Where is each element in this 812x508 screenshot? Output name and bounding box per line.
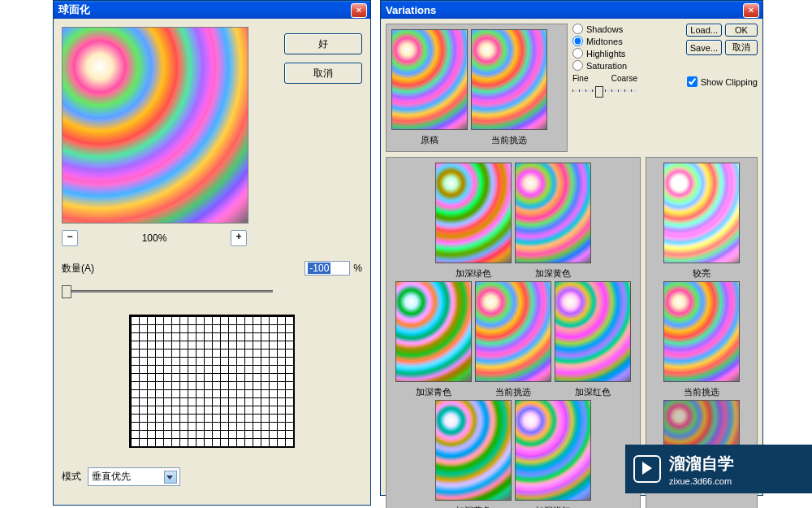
zoom-out-button[interactable]: −: [62, 230, 78, 246]
top-thumbs-panel: 原稿 当前挑选: [386, 24, 568, 152]
amount-input[interactable]: -100: [304, 261, 350, 276]
spherize-body: − 100% + 好 取消 数量(A) -100 % 模式: [54, 19, 370, 494]
radio-midtones[interactable]: Midtones: [572, 36, 675, 46]
slider-knob[interactable]: [595, 86, 603, 98]
fine-label: Fine: [572, 74, 588, 83]
zoom-level: 100%: [142, 232, 167, 244]
radio-shadows[interactable]: Shadows: [572, 24, 675, 34]
preview-image: [63, 28, 248, 223]
ok-button[interactable]: OK: [725, 24, 758, 37]
mode-label: 模式: [62, 470, 81, 484]
show-clipping-checkbox[interactable]: Show Clipping: [687, 76, 758, 87]
radio-saturation[interactable]: Saturation: [572, 60, 675, 71]
slider-thumb[interactable]: [62, 285, 71, 298]
thumb-more-green[interactable]: [435, 163, 512, 263]
coarse-label: Coarse: [611, 74, 637, 83]
thumb-more-cyan[interactable]: [395, 281, 472, 382]
amount-slider[interactable]: [62, 284, 273, 298]
save-button[interactable]: Save...: [686, 40, 722, 55]
ok-button[interactable]: 好: [284, 33, 362, 54]
label-current-top: 当前挑选: [471, 132, 547, 146]
close-icon[interactable]: ×: [743, 3, 759, 18]
thumb-more-red[interactable]: [555, 281, 631, 382]
thumb-original[interactable]: [391, 29, 468, 130]
spherize-titlebar: 球面化 ×: [54, 1, 370, 19]
thumb-more-blue[interactable]: [435, 400, 512, 501]
load-button[interactable]: Load...: [686, 24, 722, 37]
cancel-button[interactable]: 取消: [725, 40, 758, 55]
watermark-title: 溜溜自学: [669, 453, 734, 475]
thumb-current-pick-top[interactable]: [471, 29, 547, 130]
mode-select[interactable]: 垂直优先: [88, 467, 180, 486]
spherize-preview: [62, 27, 248, 224]
color-thumbs-panel: 加深绿色 加深黄色 加深青色 当前挑选 加深红色 加深蓝色 加深洋红: [386, 157, 641, 508]
play-icon: [633, 455, 661, 483]
thumb-current-side[interactable]: [663, 281, 740, 382]
distortion-grid: [129, 315, 295, 448]
close-icon[interactable]: ×: [351, 3, 367, 18]
watermark-url: zixue.3d66.com: [669, 476, 734, 486]
cancel-button[interactable]: 取消: [284, 63, 362, 84]
spherize-title: 球面化: [58, 2, 90, 17]
watermark: 溜溜自学 zixue.3d66.com: [625, 445, 812, 493]
variations-title: Variations: [386, 4, 436, 16]
thumb-more-yellow[interactable]: [515, 163, 591, 263]
zoom-in-button[interactable]: +: [231, 230, 247, 246]
amount-label: 数量(A): [62, 262, 94, 276]
thumb-current-pick[interactable]: [475, 281, 551, 382]
variations-dialog: Variations × 原稿 当前挑选 Shado: [380, 0, 763, 496]
spherize-dialog: 球面化 × − 100% + 好 取消 数量(A): [53, 0, 371, 506]
fine-coarse-slider[interactable]: [572, 83, 637, 98]
amount-suffix: %: [353, 263, 362, 274]
variations-body: 原稿 当前挑选 Shadows Midtones Highlights Satu…: [381, 19, 762, 508]
radio-highlights[interactable]: Highlights: [572, 48, 675, 59]
thumb-lighter[interactable]: [663, 163, 740, 263]
thumb-more-magenta[interactable]: [515, 400, 591, 501]
label-original: 原稿: [391, 132, 468, 146]
variations-titlebar: Variations ×: [381, 1, 762, 19]
options-panel: Shadows Midtones Highlights Saturation F…: [572, 24, 758, 152]
